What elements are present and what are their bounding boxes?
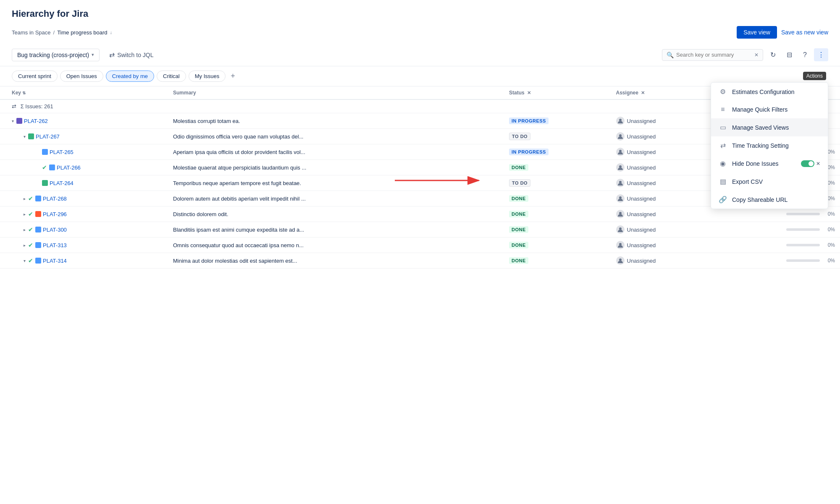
menu-item-saved-views-label: Manage Saved Views (732, 124, 789, 131)
expand-arrow[interactable]: ▸ (24, 212, 26, 217)
key-sort[interactable]: Key ⇅ (12, 90, 26, 96)
issue-key-link[interactable]: PLAT-265 (50, 149, 74, 155)
search-input[interactable] (676, 52, 752, 58)
switch-to-jql-button[interactable]: ⇄ Switch to JQL (104, 48, 159, 62)
export-csv-icon: ▤ (719, 178, 727, 185)
expand-arrow[interactable]: ▾ (12, 119, 14, 123)
summary-cell-plat-267: Odio dignissimos officia vero quae nam v… (168, 129, 504, 144)
assignee-avatar (616, 148, 625, 156)
summary-cell-plat-264: Temporibus neque aperiam tempore est fug… (168, 175, 504, 191)
col-key: Key ⇅ (0, 86, 168, 99)
expand-arrow[interactable]: ▸ (24, 227, 26, 232)
key-cell-plat-314: ▾ ✔ PLAT-314 (0, 253, 168, 269)
progress-percent: 0% (823, 242, 835, 248)
progress-percent: 0% (823, 227, 835, 232)
expand-arrow[interactable]: ▾ (24, 134, 26, 139)
status-badge: IN PROGRESS (509, 118, 549, 124)
progress-percent: 0% (823, 211, 835, 217)
header-actions: Save view Save as new view (737, 26, 828, 39)
menu-item-quick-filters[interactable]: ≡ Manage Quick Filters (711, 101, 828, 118)
clear-search-icon[interactable]: ✕ (754, 52, 759, 58)
status-cell-plat-267: TO DO (504, 129, 611, 144)
issue-key-link[interactable]: PLAT-314 (43, 258, 67, 264)
filter-dropdown[interactable]: Bug tracking (cross-project) ▾ (12, 49, 100, 61)
assignee-avatar (616, 179, 625, 187)
refresh-button[interactable]: ↻ (766, 48, 780, 61)
story-icon (28, 133, 34, 139)
key-cell-plat-266: ✔ PLAT-266 (0, 160, 168, 175)
menu-item-copy-url[interactable]: 🔗 Copy Shareable URL (711, 191, 828, 209)
assignee-avatar (616, 194, 625, 203)
menu-item-quick-filters-label: Manage Quick Filters (732, 106, 788, 113)
filter-button[interactable]: ⊟ (783, 48, 796, 61)
progress-bar (786, 259, 820, 262)
status-cell-plat-314: DONE (504, 253, 611, 269)
gear-icon: ⚙ (719, 88, 727, 96)
actions-menu-tooltip: Actions (803, 72, 826, 80)
issue-key-link[interactable]: PLAT-296 (43, 211, 67, 217)
issue-key-link[interactable]: PLAT-266 (57, 165, 81, 171)
status-cell-plat-268: DONE (504, 191, 611, 206)
task-icon (35, 258, 41, 264)
status-cell-plat-265: IN PROGRESS (504, 144, 611, 160)
jql-icon: ⇄ (109, 51, 115, 59)
menu-item-estimates-config[interactable]: ⚙ Estimates Configuration (711, 83, 828, 101)
done-check-icon: ✔ (28, 257, 33, 264)
link-icon: 🔗 (719, 196, 727, 204)
assignee-avatar (616, 241, 625, 249)
table-row: ▸ ✔ PLAT-313 Omnis consequatur quod aut … (0, 238, 840, 253)
summary-cell-plat-268: Dolorem autem aut debitis aperiam velit … (168, 191, 504, 206)
menu-item-saved-views[interactable]: ▭ Manage Saved Views (711, 118, 828, 136)
tab-created-by-me[interactable]: Created by me (106, 71, 154, 82)
expand-arrow[interactable]: ▸ (24, 196, 26, 201)
assignee-filter-close[interactable]: ✕ (641, 90, 645, 95)
save-as-new-view-button[interactable]: Save as new view (781, 29, 828, 36)
menu-item-copy-url-label: Copy Shareable URL (732, 196, 788, 203)
issue-key-link[interactable]: PLAT-262 (24, 118, 48, 124)
actions-menu-button[interactable]: ⋮ (814, 48, 828, 61)
breadcrumb-project[interactable]: Teams in Space (12, 29, 51, 36)
status-filter-close[interactable]: ✕ (527, 90, 531, 95)
issue-key-link[interactable]: PLAT-300 (43, 227, 67, 233)
col-status: Status ✕ (504, 86, 611, 99)
toggle-track[interactable] (801, 160, 814, 167)
search-box[interactable]: 🔍 ✕ (662, 49, 763, 61)
expand-arrow[interactable]: ▸ (24, 243, 26, 248)
menu-item-time-tracking[interactable]: ⇄ Time Tracking Setting (711, 136, 828, 154)
help-button[interactable]: ? (799, 49, 811, 61)
expand-all-icon[interactable]: ⇄ (12, 103, 16, 110)
done-check-icon: ✔ (28, 226, 33, 233)
menu-item-export-csv[interactable]: ▤ Export CSV (711, 172, 828, 191)
hide-done-toggle[interactable]: ✕ (801, 160, 820, 167)
tab-open-issues[interactable]: Open Issues (60, 71, 103, 82)
status-badge: DONE (509, 195, 528, 202)
summary-cell-plat-265: Aperiam ipsa quia officiis ut dolor prov… (168, 144, 504, 160)
expand-arrow[interactable]: ▾ (24, 259, 26, 263)
toggle-x-icon: ✕ (816, 161, 820, 167)
tab-critical[interactable]: Critical (157, 71, 186, 82)
status-badge: TO DO (509, 179, 530, 187)
done-check-icon: ✔ (28, 242, 33, 248)
summary-cell-plat-313: Omnis consequatur quod aut occaecati ips… (168, 238, 504, 253)
task-icon (49, 165, 55, 170)
sort-icon: ⇅ (22, 91, 26, 95)
task-icon (42, 149, 48, 155)
issue-key-link[interactable]: PLAT-267 (36, 133, 60, 140)
done-check-icon: ✔ (28, 195, 33, 202)
assignee-name: Unassigned (627, 149, 656, 155)
status-badge: DONE (509, 242, 528, 248)
add-filter-button[interactable]: + (228, 71, 238, 81)
issue-key-link[interactable]: PLAT-268 (43, 196, 67, 202)
save-view-button[interactable]: Save view (737, 26, 777, 39)
tab-my-issues[interactable]: My Issues (189, 71, 226, 82)
status-badge: DONE (509, 164, 528, 171)
assignee-avatar (616, 132, 625, 141)
menu-item-hide-done[interactable]: ◉ Hide Done Issues ✕ (711, 154, 828, 172)
key-cell-plat-313: ▸ ✔ PLAT-313 (0, 238, 168, 253)
menu-item-time-tracking-label: Time Tracking Setting (732, 142, 789, 149)
issue-key-link[interactable]: PLAT-313 (43, 242, 67, 248)
saved-views-icon: ▭ (719, 123, 727, 131)
status-cell-plat-313: DONE (504, 238, 611, 253)
tab-current-sprint[interactable]: Current sprint (12, 71, 58, 82)
issue-key-link[interactable]: PLAT-264 (50, 180, 74, 186)
